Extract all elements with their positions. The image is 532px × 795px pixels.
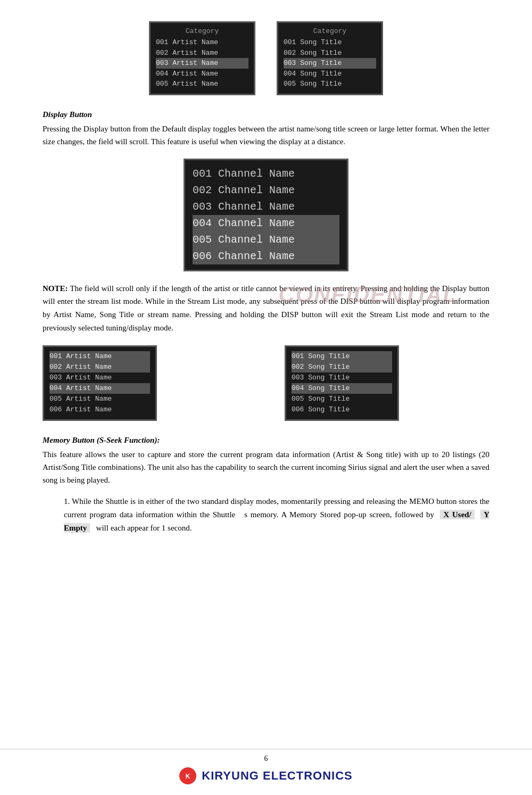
large-lcd: 001 Channel Name 002 Channel Name 003 Ch… [184, 159, 348, 271]
memory-button-section: Memory Button (S-Seek Function): This fe… [43, 436, 489, 534]
top-right-lcd-header: Category [284, 27, 376, 35]
top-left-lcd-header: Category [156, 27, 248, 35]
large-display-container: 001 Channel Name 002 Channel Name 003 Ch… [43, 159, 489, 271]
page-content: Category 001 Artist Name 002 Artist Name… [0, 0, 532, 585]
item1-highlight1: X Used/ [440, 510, 474, 519]
large-lcd-row-1: 001 Channel Name [193, 165, 339, 182]
stream-left-row-6: 006 Artist Name [49, 404, 150, 415]
top-left-lcd: Category 001 Artist Name 002 Artist Name… [149, 21, 255, 95]
large-lcd-row-2: 002 Channel Name [193, 182, 339, 198]
stream-left-row-3: 003 Artist Name [49, 372, 150, 383]
lcd-row-1: 001 Artist Name [156, 37, 248, 48]
stream-displays-row: 001 Artist Name 002 Artist Name 003 Arti… [43, 345, 489, 421]
display-button-section: Display Button Pressing the Display butt… [43, 110, 489, 148]
stream-left-row-2: 002 Artist Name [49, 362, 150, 372]
memory-button-item1: 1. While the Shuttle is in either of the… [64, 495, 489, 534]
page-number: 6 [264, 755, 268, 763]
display-button-title: Display Button [43, 110, 489, 119]
note-label: NOTE: [43, 284, 68, 293]
large-lcd-row-4: 004 Channel Name [193, 215, 339, 231]
top-right-lcd: Category 001 Song Title 002 Song Title 0… [277, 21, 383, 95]
page-footer: 6 K KIRYUNG ELECTRONICS [0, 749, 532, 784]
lcd-row-3: 003 Artist Name [156, 58, 248, 69]
memory-button-title: Memory Button (S-Seek Function): [43, 436, 489, 445]
stream-right-row-4: 004 Song Title [292, 383, 392, 394]
lcd-row-4: 004 Artist Name [156, 69, 248, 79]
lcd-row-r3: 003 Song Title [284, 58, 376, 69]
large-lcd-row-5: 005 Channel Name [193, 231, 339, 248]
note-body: The field will scroll only if the length… [43, 284, 489, 332]
stream-right-row-5: 005 Song Title [292, 394, 392, 404]
logo-icon: K [182, 771, 193, 781]
stream-right-row-1: 001 Song Title [292, 351, 392, 362]
item1-suffix: s memory. A Memory Stored pop-up screen,… [244, 510, 434, 519]
note-section: NOTE: The field will scroll only if the … [43, 282, 489, 335]
stream-right-row-2: 002 Song Title [292, 362, 392, 372]
stream-left-row-1: 001 Artist Name [49, 351, 150, 362]
brand-part1: KIRYUNG [202, 769, 259, 782]
lcd-row-2: 002 Artist Name [156, 48, 248, 59]
footer-brand-text: KIRYUNG ELECTRONICS [202, 769, 352, 783]
stream-left-row-5: 005 Artist Name [49, 394, 150, 404]
lcd-row-r2: 002 Song Title [284, 48, 376, 59]
stream-left-row-4: 004 Artist Name [49, 383, 150, 394]
stream-left-lcd: 001 Artist Name 002 Artist Name 003 Arti… [43, 345, 157, 421]
large-lcd-row-6: 006 Channel Name [193, 248, 339, 264]
logo-circle: K [179, 767, 196, 784]
stream-right-row-3: 003 Song Title [292, 372, 392, 383]
memory-button-body1: This feature allows the user to capture … [43, 448, 489, 486]
stream-right-row-6: 006 Song Title [292, 404, 392, 415]
stream-right-lcd: 001 Song Title 002 Song Title 003 Song T… [285, 345, 399, 421]
lcd-row-r5: 005 Song Title [284, 79, 376, 89]
lcd-row-r1: 001 Song Title [284, 37, 376, 48]
top-displays-row: Category 001 Artist Name 002 Artist Name… [43, 21, 489, 95]
large-display-wrapper: 001 Channel Name 002 Channel Name 003 Ch… [43, 159, 489, 271]
large-lcd-row-3: 003 Channel Name [193, 198, 339, 215]
svg-text:K: K [186, 773, 190, 780]
lcd-row-r4: 004 Song Title [284, 69, 376, 79]
footer-logo-area: K KIRYUNG ELECTRONICS [179, 767, 352, 784]
display-button-body: Pressing the Display button from the Def… [43, 122, 489, 148]
brand-part2: ELECTRONICS [259, 769, 353, 782]
item1-end: will each appear for 1 second. [96, 524, 192, 532]
lcd-row-5: 005 Artist Name [156, 79, 248, 89]
